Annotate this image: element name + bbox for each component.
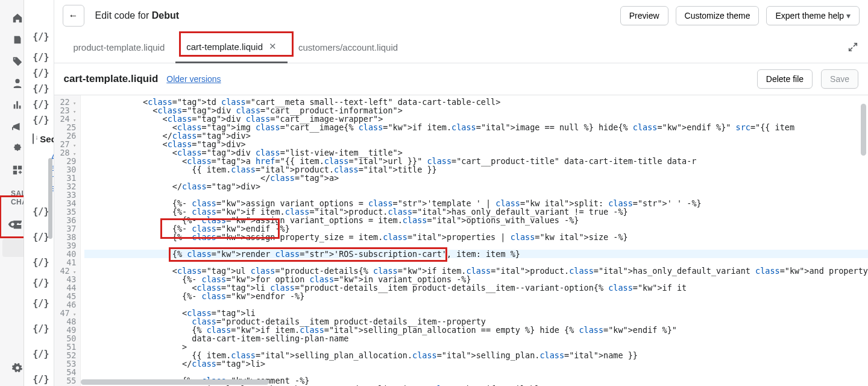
file-item[interactable]: {/}feature-columns.liquid: [24, 367, 53, 386]
nav-marketing[interactable]: Marketing: [0, 116, 24, 138]
back-button[interactable]: ←: [63, 5, 84, 27]
topbar: ← Edit code for Debut Preview Customize …: [54, 0, 869, 31]
subnav-navigation[interactable]: Navigation: [0, 303, 24, 321]
liquid-file-icon: {/}: [33, 83, 49, 94]
apps-icon: [12, 164, 23, 176]
file-item[interactable]: {/}custom-content.liquid: [24, 341, 53, 367]
subnav-preferences[interactable]: Preferences: [0, 339, 24, 357]
breadcrumb: Edit code for Debut: [95, 10, 180, 21]
expert-help-button[interactable]: Expert theme help: [766, 6, 860, 25]
liquid-file-icon: {/}: [33, 31, 49, 42]
liquid-file-icon: {/}: [33, 298, 49, 309]
delete-file-button[interactable]: Delete file: [757, 69, 813, 89]
folder-label: Sections: [40, 134, 54, 144]
nav-settings[interactable]: Settings: [0, 357, 24, 379]
liquid-file-icon: {/}: [33, 257, 49, 268]
current-file-name: cart-template.liquid: [64, 73, 159, 85]
home-icon: [12, 12, 23, 24]
editor-tabs: product-template.liquid cart-template.li…: [54, 31, 869, 63]
code-content[interactable]: <class="tag">td class="cart__meta small-…: [81, 95, 869, 386]
liquid-file-icon: {/}: [33, 374, 49, 385]
person-icon: [12, 77, 23, 89]
liquid-file-icon: {/}: [33, 68, 49, 78]
code-editor[interactable]: 2223242526272829303132333435363738394041…: [54, 95, 869, 386]
preview-button[interactable]: Preview: [620, 6, 668, 25]
discount-icon: [12, 142, 23, 154]
gear-icon: [12, 362, 23, 374]
file-item[interactable]: {/}collection-template.liquid: [24, 316, 53, 341]
file-tree: {/}list-collections.liquid▾{/}page.conta…: [24, 0, 54, 386]
tab-customers-account[interactable]: customers/account.liquid: [288, 33, 409, 62]
folder-icon: [33, 133, 34, 144]
liquid-file-icon: {/}: [33, 52, 49, 63]
view-store-icon[interactable]: [7, 219, 18, 230]
subnav-themes[interactable]: Themes: [2, 239, 24, 257]
nav-home[interactable]: Home: [0, 7, 24, 29]
folder-sections[interactable]: Sections: [24, 128, 53, 150]
liquid-file-icon: {/}: [33, 349, 49, 359]
tab-product-template[interactable]: product-template.liquid: [63, 33, 176, 62]
subnav-domains[interactable]: Domains: [0, 321, 24, 339]
liquid-file-icon: {/}: [33, 323, 49, 334]
file-item[interactable]: {/}collection.liquid: [24, 275, 53, 291]
save-button: Save: [821, 69, 858, 89]
scrollbar-thumb[interactable]: [48, 158, 52, 239]
orders-icon: [12, 34, 23, 46]
nav-products[interactable]: Products: [0, 51, 24, 72]
main-content: ← Edit code for Debut Preview Customize …: [54, 0, 869, 386]
liquid-file-icon: {/}: [33, 99, 49, 110]
nav-apps[interactable]: Apps: [0, 159, 24, 181]
horizontal-scrollbar[interactable]: [81, 379, 269, 385]
nav-online-store[interactable]: Online Store: [0, 210, 24, 239]
liquid-file-icon: {/}: [33, 232, 49, 242]
close-tab-icon[interactable]: ✕: [269, 41, 277, 52]
analytics-icon: [12, 99, 23, 111]
liquid-file-icon: {/}: [33, 115, 49, 125]
file-item[interactable]: {/}list-collections.liquid▾: [24, 24, 53, 49]
older-versions-link[interactable]: Older versions: [166, 74, 221, 84]
file-item[interactable]: {/}collection-list.liquid: [24, 291, 53, 316]
vertical-scrollbar[interactable]: [861, 104, 866, 156]
nav-analytics[interactable]: Analytics: [0, 94, 24, 116]
file-item[interactable]: {/}search.liquid: [24, 112, 53, 128]
channels-heading: SALES CHANNELS: [0, 181, 24, 210]
line-gutter: 2223242526272829303132333435363738394041…: [54, 95, 81, 386]
file-action-bar: cart-template.liquid Older versions Dele…: [54, 63, 869, 95]
megaphone-icon: [12, 121, 23, 133]
file-item[interactable]: {/}cart-template.liquid: [24, 250, 53, 275]
nav-orders[interactable]: Orders: [0, 29, 24, 51]
liquid-file-icon: {/}: [33, 277, 49, 288]
file-item[interactable]: {/}page.liquid: [24, 65, 53, 81]
file-item[interactable]: {/}password.liquid: [24, 81, 53, 96]
nav-discounts[interactable]: Discounts: [0, 138, 24, 159]
tag-icon: [12, 55, 23, 68]
liquid-file-icon: {/}: [33, 206, 49, 217]
admin-sidebar: Home Orders Products Customers Analytics…: [0, 0, 24, 386]
customize-button[interactable]: Customize theme: [676, 6, 760, 25]
tab-cart-template[interactable]: cart-template.liquid ✕: [175, 31, 288, 63]
subnav-pages[interactable]: Pages: [0, 285, 24, 303]
file-item[interactable]: {/}product.liquid: [24, 96, 53, 112]
subnav-blog[interactable]: Blog posts: [0, 257, 24, 285]
nav-customers[interactable]: Customers: [0, 72, 24, 94]
file-item[interactable]: {/}page.contact.liquid: [24, 49, 53, 65]
fullscreen-icon[interactable]: [848, 41, 860, 53]
